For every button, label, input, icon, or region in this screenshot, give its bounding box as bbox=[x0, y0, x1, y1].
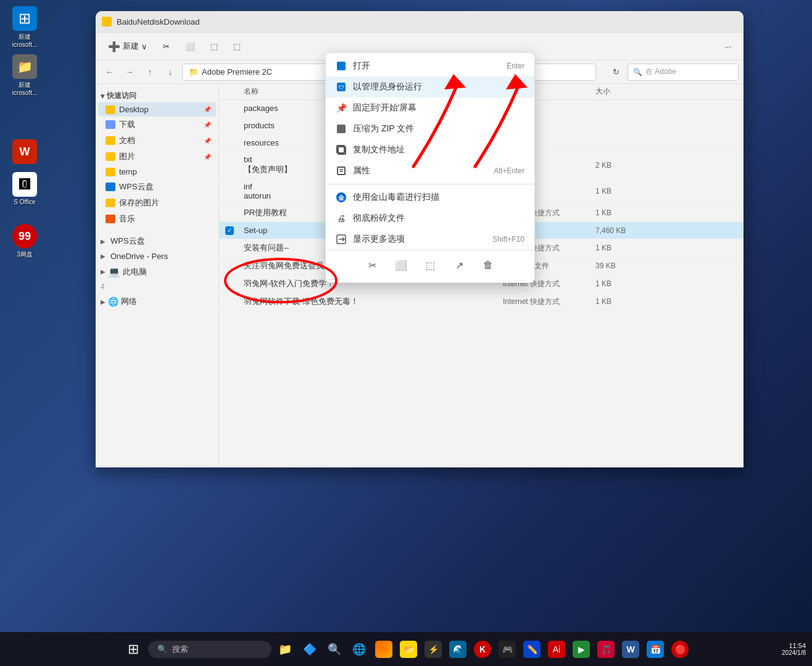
ctx-properties[interactable]: 属性 Alt+Enter bbox=[326, 160, 534, 181]
sidebar-item-wps[interactable]: WPS云盘 bbox=[98, 179, 216, 195]
ctx-shred[interactable]: 🖨 彻底粉碎文件 bbox=[326, 208, 534, 229]
file-row[interactable]: 羽兔网软件下载-绿色免费无毒！ Internet 快捷方式 1 KB bbox=[219, 293, 744, 311]
ctx-more-options[interactable]: 显示更多选项 Shift+F10 bbox=[326, 229, 534, 250]
paste-icon: ⬚ bbox=[210, 42, 218, 51]
taskbar-center: ⊞ 🔍 搜索 📁 🔷 🔍 🌐 🛍 📂 ⚡ 🌊 K bbox=[121, 637, 691, 662]
ctx-copy-path[interactable]: 复制文件地址 bbox=[326, 139, 534, 160]
taskbar-app-game[interactable]: 🎮 bbox=[496, 638, 518, 660]
search-icon: 🔍 bbox=[633, 68, 642, 76]
taskbar-search[interactable]: 🔍 搜索 bbox=[148, 641, 271, 658]
paste-button[interactable]: ⬚ bbox=[204, 39, 224, 54]
rename-button[interactable]: ⬚ bbox=[227, 39, 247, 54]
sidebar-item-temp[interactable]: temp bbox=[98, 165, 216, 179]
up-button[interactable]: ↑ bbox=[141, 64, 159, 81]
desktop-icon-windows[interactable]: ⊞ 新建icrosoft... bbox=[3, 6, 46, 48]
clock-time: 11:54 bbox=[782, 642, 806, 649]
ctx-run-as-admin[interactable]: 🛡 以管理员身份运行 bbox=[326, 76, 534, 97]
taskbar-music[interactable]: 🎵 bbox=[595, 638, 617, 660]
taskbar-app-search2[interactable]: 🔍 bbox=[323, 638, 346, 660]
new-button[interactable]: ➕ 新建 ∨ bbox=[102, 38, 154, 56]
sidebar-item-docs[interactable]: 文档 📌 bbox=[98, 133, 216, 149]
copy-path-icon bbox=[336, 144, 347, 155]
taskbar-store[interactable]: 🛍 bbox=[373, 638, 395, 660]
refresh-button[interactable]: ↻ bbox=[607, 64, 624, 81]
pin-icon: 📌 bbox=[204, 106, 211, 113]
forward-button[interactable]: → bbox=[121, 64, 138, 81]
pin-icon: 📌 bbox=[204, 121, 211, 128]
desktop-icon-office[interactable]: 🅾 S Office bbox=[3, 172, 46, 205]
file-name-download-free: 羽兔网软件下载-绿色免费无毒！ bbox=[244, 296, 503, 307]
taskbar-edge[interactable]: 🌐 bbox=[348, 638, 370, 660]
svg-rect-6 bbox=[338, 167, 345, 175]
more-options-icon bbox=[336, 234, 347, 245]
chevron-icon: ▶ bbox=[101, 268, 106, 275]
svg-text:金: 金 bbox=[338, 194, 345, 201]
desktop-icon-area: ⊞ 新建icrosoft... 📁 新建icrosoft... W 🅾 S Of… bbox=[0, 0, 49, 265]
scan-icon: 金 bbox=[336, 192, 347, 203]
ctx-open[interactable]: 打开 Enter bbox=[326, 56, 534, 76]
ctx-share-btn[interactable]: ↗ bbox=[449, 255, 469, 275]
taskbar-clock[interactable]: 11:54 2024/1/8 bbox=[782, 642, 806, 656]
taskbar-app-red[interactable]: 🔴 bbox=[669, 638, 691, 660]
titlebar-text: BaiduNetdiskDownload bbox=[117, 17, 737, 27]
back-button[interactable]: ← bbox=[101, 64, 118, 81]
search-box[interactable]: 🔍 在 Adobe bbox=[628, 64, 739, 81]
search-placeholder: 搜索 bbox=[172, 644, 188, 655]
ctx-cut-btn[interactable]: ✂ bbox=[362, 255, 382, 275]
ctx-paste-btn[interactable]: ⬚ bbox=[420, 255, 440, 275]
ctx-pin-start[interactable]: 📌 固定到'开始'屏幕 bbox=[326, 97, 534, 118]
wps-label: WPS云盘 bbox=[119, 181, 154, 192]
context-menu: 打开 Enter 🛡 以管理员身份运行 📌 固定到'开始'屏幕 bbox=[325, 52, 535, 283]
windows-start-button[interactable]: ⊞ bbox=[121, 637, 146, 662]
sidebar-item-pictures[interactable]: 图片 📌 bbox=[98, 149, 216, 165]
svg-rect-3 bbox=[337, 125, 346, 133]
sidebar-onedrive-expand[interactable]: ▶ OneDrive - Pers bbox=[96, 249, 218, 263]
row-checkbox[interactable]: ✓ bbox=[225, 226, 234, 235]
chevron-icon: ▶ bbox=[101, 253, 106, 260]
taskbar-app-pencil[interactable]: ✏️ bbox=[521, 638, 543, 660]
pin-start-icon: 📌 bbox=[336, 102, 347, 113]
quick-access-label: 快速访问 bbox=[107, 91, 136, 101]
taskbar-app-k[interactable]: K bbox=[471, 638, 494, 660]
copy-button[interactable]: ⬜ bbox=[179, 39, 201, 54]
sidebar-item-download[interactable]: 下载 📌 bbox=[98, 117, 216, 133]
onedrive-label: OneDrive - Pers bbox=[110, 252, 168, 261]
chevron-icon: ▶ bbox=[101, 298, 106, 305]
sidebar-item-desktop[interactable]: Desktop 📌 bbox=[98, 102, 216, 117]
taskbar-file-manager2[interactable]: 📂 bbox=[397, 638, 420, 660]
ctx-zip[interactable]: 压缩为 ZIP 文件 bbox=[326, 118, 534, 139]
download-folder-icon bbox=[106, 120, 115, 129]
desktop-icon-99[interactable]: 99 3网盘 bbox=[3, 224, 46, 259]
ctx-scan[interactable]: 金 使用金山毒霸进行扫描 bbox=[326, 187, 534, 208]
ctx-copy-btn[interactable]: ⬜ bbox=[391, 255, 411, 275]
col-size[interactable]: 大小 bbox=[595, 86, 676, 97]
pin-icon: 📌 bbox=[204, 154, 211, 160]
taskbar-calendar[interactable]: 📅 bbox=[644, 638, 666, 660]
ctx-divider bbox=[326, 184, 534, 184]
folder-icon bbox=[106, 105, 115, 114]
taskbar-acrobat[interactable]: Ai bbox=[545, 638, 568, 660]
taskbar-word[interactable]: W bbox=[619, 638, 642, 660]
desktop-icon-folder[interactable]: 📁 新建icrosoft... bbox=[3, 54, 46, 96]
network-label: 网络 bbox=[121, 296, 137, 307]
taskbar-app-wave[interactable]: 🌊 bbox=[447, 638, 469, 660]
recent-button[interactable]: ↓ bbox=[162, 64, 179, 81]
docs-folder-icon bbox=[106, 136, 115, 145]
shred-icon: 🖨 bbox=[336, 213, 347, 224]
chevron-down-icon: ▾ bbox=[101, 92, 104, 101]
taskbar-app-arc[interactable]: ⚡ bbox=[422, 638, 444, 660]
sidebar-network-expand[interactable]: ▶ 🌐 网络 bbox=[96, 294, 218, 310]
sidebar-item-saved-pics[interactable]: 保存的图片 bbox=[98, 195, 216, 211]
zip-icon bbox=[336, 123, 347, 134]
desktop-icon-red[interactable]: W bbox=[3, 139, 46, 166]
taskbar-app-play[interactable]: ▶ bbox=[570, 638, 592, 660]
sidebar-wps-expand[interactable]: ▶ WPS云盘 bbox=[96, 233, 218, 249]
cut-button[interactable]: ✂ bbox=[157, 39, 176, 54]
more-button[interactable]: ··· bbox=[718, 39, 737, 54]
sidebar-this-pc-expand[interactable]: ▶ 💻 此电脑 bbox=[96, 263, 218, 280]
sidebar-item-music[interactable]: 音乐 bbox=[98, 211, 216, 227]
ctx-delete-btn[interactable]: 🗑 bbox=[478, 255, 498, 275]
taskbar-file-explorer[interactable]: 📁 bbox=[274, 638, 296, 660]
search-icon: 🔍 bbox=[157, 644, 167, 654]
taskbar-app-arrow[interactable]: 🔷 bbox=[299, 638, 321, 660]
